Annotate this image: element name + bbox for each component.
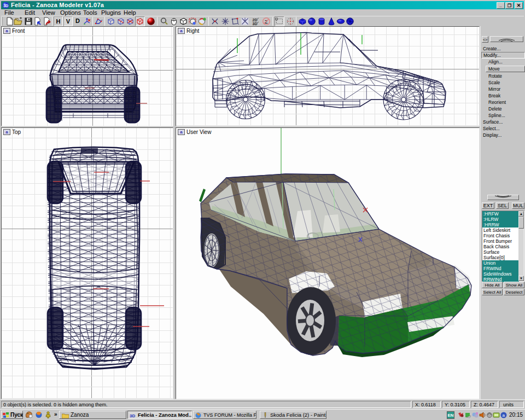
svg-text:a: a <box>503 413 505 418</box>
svg-text:3D: 3D <box>253 22 258 26</box>
svg-text:2D: 2D <box>253 18 258 22</box>
svg-text:3D: 3D <box>3 4 8 8</box>
